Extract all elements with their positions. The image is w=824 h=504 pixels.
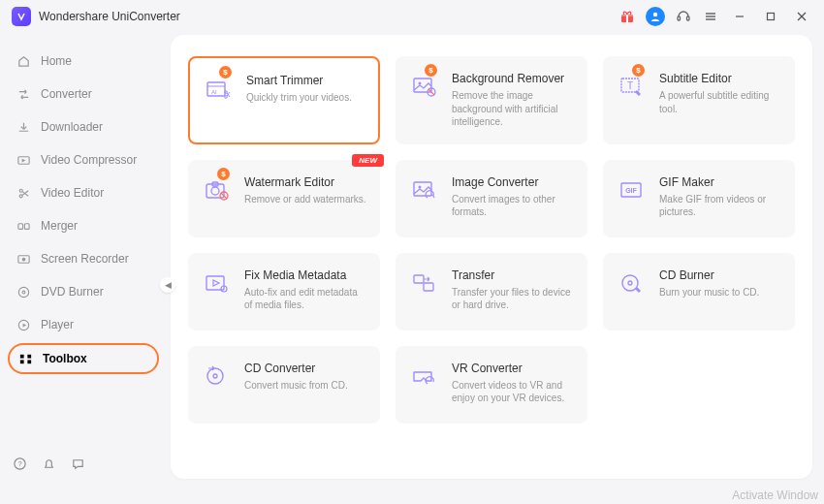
play-icon	[16, 317, 31, 332]
tool-title: Background Remover	[452, 72, 574, 85]
tool-title: CD Burner	[659, 268, 781, 282]
sidebar-item-label: DVD Burner	[41, 285, 104, 299]
tool-title: Subtitle Editor	[659, 72, 781, 85]
svg-rect-52	[424, 283, 433, 291]
sidebar-item-editor[interactable]: Video Editor	[8, 178, 159, 207]
feedback-icon[interactable]	[70, 456, 85, 471]
tool-card-fix-media-metadata[interactable]: Fix Media MetadataAuto-fix and edit meta…	[188, 253, 380, 331]
gif-maker-icon: GIF	[617, 175, 646, 205]
tool-description: Make GIF from videos or pictures.	[659, 193, 781, 219]
svg-rect-26	[27, 360, 31, 363]
sidebar-item-merger[interactable]: Merger	[8, 211, 159, 240]
tool-description: Auto-fix and edit metadata of media file…	[244, 286, 366, 312]
tool-card-cd-converter[interactable]: CD ConverterConvert music from CD.	[188, 346, 380, 424]
svg-rect-51	[414, 275, 424, 283]
svg-rect-10	[768, 14, 775, 20]
tool-description: Quickly trim your videos.	[246, 91, 364, 105]
sidebar-item-label: Home	[41, 54, 72, 68]
tool-title: GIF Maker	[659, 175, 781, 189]
minimize-button[interactable]	[729, 6, 750, 27]
user-avatar-icon[interactable]	[646, 7, 665, 26]
sidebar-item-label: Video Compressor	[41, 153, 137, 167]
tool-description: Convert music from CD.	[244, 379, 366, 393]
sidebar-item-label: Screen Recorder	[41, 252, 129, 266]
sidebar-item-converter[interactable]: Converter	[8, 79, 159, 109]
scissors-icon	[16, 185, 31, 201]
svg-text:T: T	[627, 80, 633, 91]
sidebar-item-label: Player	[41, 318, 74, 331]
close-button[interactable]	[791, 6, 812, 27]
sidebar-item-player[interactable]: Player	[8, 310, 159, 339]
sidebar-item-label: Merger	[41, 219, 78, 233]
sidebar-collapse-button[interactable]: ◀	[160, 277, 175, 293]
tool-title: Fix Media Metadata	[244, 268, 366, 282]
svg-point-55	[207, 368, 223, 384]
svg-point-33	[225, 96, 228, 99]
fix-metadata-icon	[202, 268, 231, 298]
tool-title: VR Converter	[452, 362, 574, 375]
svg-point-54	[628, 281, 632, 285]
app-logo	[12, 7, 31, 26]
gift-icon[interactable]	[618, 8, 636, 25]
svg-point-19	[21, 257, 25, 261]
tool-title: Watermark Editor	[244, 175, 366, 189]
tool-card-smart-trimmer[interactable]: $AISmart TrimmerQuickly trim your videos…	[188, 56, 380, 144]
image-converter-icon	[409, 175, 438, 205]
tool-description: Convert videos to VR and enjoy on your V…	[452, 379, 574, 405]
tool-card-background-remover[interactable]: $Background RemoverRemove the image back…	[396, 56, 587, 144]
download-icon	[16, 119, 31, 135]
sidebar-item-recorder[interactable]: Screen Recorder	[8, 244, 159, 273]
sidebar-item-toolbox[interactable]: Toolbox	[8, 343, 159, 374]
tool-title: Transfer	[452, 268, 574, 282]
menu-icon[interactable]	[702, 8, 719, 25]
sidebar-item-dvd[interactable]: DVD Burner	[8, 277, 159, 306]
main-panel: $AISmart TrimmerQuickly trim your videos…	[171, 35, 812, 479]
bell-icon[interactable]	[41, 456, 56, 471]
svg-rect-4	[678, 16, 681, 20]
subtitle-editor-icon: T	[617, 72, 646, 101]
svg-point-21	[22, 291, 25, 294]
tool-card-watermark-editor[interactable]: $NEWWatermark EditorRemove or add waterm…	[188, 160, 380, 237]
recorder-icon	[16, 251, 31, 267]
disc-icon	[16, 284, 31, 299]
svg-point-46	[419, 185, 422, 188]
merger-icon	[16, 218, 31, 234]
tool-card-cd-burner[interactable]: CD BurnerBurn your music to CD.	[603, 253, 795, 331]
svg-point-56	[213, 374, 217, 378]
tool-description: Convert images to other formats.	[452, 193, 574, 219]
tool-card-subtitle-editor[interactable]: $TSubtitle EditorA powerful subtitle edi…	[603, 56, 795, 144]
sidebar-item-home[interactable]: Home	[8, 47, 159, 76]
svg-point-15	[19, 194, 22, 197]
tool-title: Image Converter	[452, 175, 574, 189]
tool-card-vr-converter[interactable]: VR ConverterConvert videos to VR and enj…	[396, 346, 587, 424]
tool-description: Burn your music to CD.	[659, 286, 781, 299]
sidebar-item-compressor[interactable]: Video Compressor	[8, 145, 159, 174]
svg-point-32	[225, 91, 228, 94]
sidebar: Home Converter Downloader Video Compress…	[0, 33, 167, 487]
svg-rect-24	[27, 354, 31, 358]
tool-card-transfer[interactable]: TransferTransfer your files to device or…	[396, 253, 587, 331]
help-icon[interactable]: ?	[12, 456, 27, 471]
svg-rect-25	[19, 360, 23, 363]
maximize-button[interactable]	[760, 6, 781, 27]
paid-badge: $	[217, 168, 230, 180]
sidebar-item-label: Toolbox	[43, 352, 87, 365]
cd-converter-icon	[202, 362, 231, 391]
svg-point-3	[653, 13, 657, 16]
sidebar-item-downloader[interactable]: Downloader	[8, 112, 159, 142]
support-icon[interactable]	[675, 8, 692, 25]
app-title: Wondershare UniConverter	[39, 10, 180, 23]
svg-text:GIF: GIF	[625, 187, 637, 194]
vr-converter-icon	[409, 362, 438, 391]
tool-card-image-converter[interactable]: Image ConverterConvert images to other f…	[396, 160, 587, 237]
compressor-icon	[16, 152, 31, 168]
svg-rect-17	[24, 223, 29, 229]
new-badge: NEW	[352, 154, 384, 167]
tool-description: A powerful subtitle editing tool.	[659, 89, 781, 115]
transfer-icon	[409, 268, 438, 298]
paid-badge: $	[425, 64, 437, 77]
tool-title: CD Converter	[244, 362, 366, 375]
sidebar-item-label: Converter	[41, 87, 92, 101]
tool-card-gif-maker[interactable]: GIFGIF MakerMake GIF from videos or pict…	[603, 160, 795, 237]
svg-rect-5	[687, 16, 690, 20]
